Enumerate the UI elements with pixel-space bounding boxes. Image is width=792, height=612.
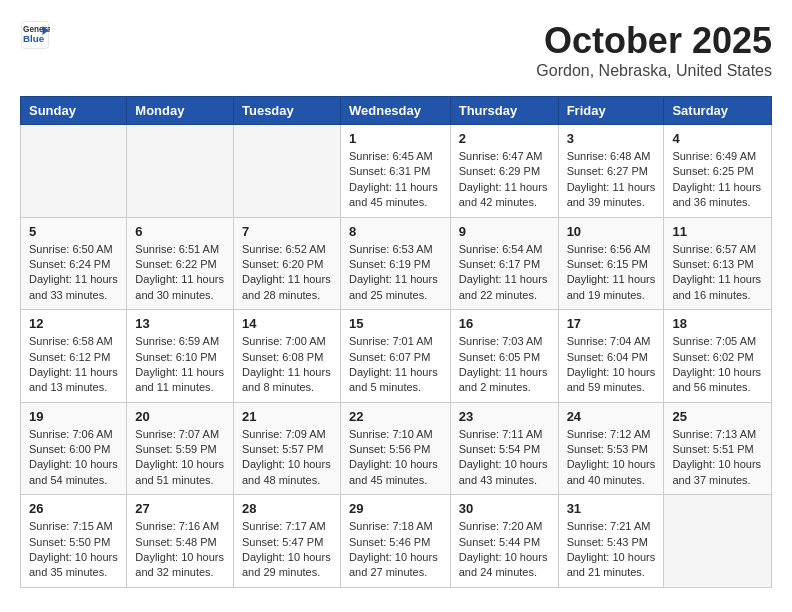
day-info: Sunrise: 6:56 AM Sunset: 6:15 PM Dayligh… [567,242,656,304]
day-info: Sunrise: 6:57 AM Sunset: 6:13 PM Dayligh… [672,242,763,304]
header-sunday: Sunday [21,97,127,125]
day-number: 20 [135,409,225,424]
calendar-cell: 16Sunrise: 7:03 AM Sunset: 6:05 PM Dayli… [450,310,558,403]
calendar-cell: 15Sunrise: 7:01 AM Sunset: 6:07 PM Dayli… [340,310,450,403]
calendar-cell: 27Sunrise: 7:16 AM Sunset: 5:48 PM Dayli… [127,495,234,588]
logo: General Blue [20,20,54,50]
day-number: 8 [349,224,442,239]
day-info: Sunrise: 7:05 AM Sunset: 6:02 PM Dayligh… [672,334,763,396]
day-number: 13 [135,316,225,331]
calendar-cell: 19Sunrise: 7:06 AM Sunset: 6:00 PM Dayli… [21,402,127,495]
calendar-cell: 8Sunrise: 6:53 AM Sunset: 6:19 PM Daylig… [340,217,450,310]
day-number: 31 [567,501,656,516]
day-number: 18 [672,316,763,331]
day-info: Sunrise: 7:12 AM Sunset: 5:53 PM Dayligh… [567,427,656,489]
calendar-cell: 9Sunrise: 6:54 AM Sunset: 6:17 PM Daylig… [450,217,558,310]
day-info: Sunrise: 7:21 AM Sunset: 5:43 PM Dayligh… [567,519,656,581]
day-number: 11 [672,224,763,239]
day-info: Sunrise: 7:17 AM Sunset: 5:47 PM Dayligh… [242,519,332,581]
day-info: Sunrise: 7:09 AM Sunset: 5:57 PM Dayligh… [242,427,332,489]
day-info: Sunrise: 7:15 AM Sunset: 5:50 PM Dayligh… [29,519,118,581]
day-info: Sunrise: 7:10 AM Sunset: 5:56 PM Dayligh… [349,427,442,489]
day-number: 23 [459,409,550,424]
calendar-cell: 5Sunrise: 6:50 AM Sunset: 6:24 PM Daylig… [21,217,127,310]
header-friday: Friday [558,97,664,125]
header-saturday: Saturday [664,97,772,125]
calendar-cell: 3Sunrise: 6:48 AM Sunset: 6:27 PM Daylig… [558,125,664,218]
calendar-cell: 20Sunrise: 7:07 AM Sunset: 5:59 PM Dayli… [127,402,234,495]
day-info: Sunrise: 6:59 AM Sunset: 6:10 PM Dayligh… [135,334,225,396]
day-number: 9 [459,224,550,239]
day-info: Sunrise: 7:16 AM Sunset: 5:48 PM Dayligh… [135,519,225,581]
calendar-cell: 31Sunrise: 7:21 AM Sunset: 5:43 PM Dayli… [558,495,664,588]
calendar-cell: 12Sunrise: 6:58 AM Sunset: 6:12 PM Dayli… [21,310,127,403]
day-number: 3 [567,131,656,146]
day-info: Sunrise: 6:58 AM Sunset: 6:12 PM Dayligh… [29,334,118,396]
day-info: Sunrise: 7:04 AM Sunset: 6:04 PM Dayligh… [567,334,656,396]
day-info: Sunrise: 6:48 AM Sunset: 6:27 PM Dayligh… [567,149,656,211]
day-info: Sunrise: 6:50 AM Sunset: 6:24 PM Dayligh… [29,242,118,304]
day-info: Sunrise: 6:53 AM Sunset: 6:19 PM Dayligh… [349,242,442,304]
calendar-cell: 18Sunrise: 7:05 AM Sunset: 6:02 PM Dayli… [664,310,772,403]
header-tuesday: Tuesday [233,97,340,125]
calendar-cell [664,495,772,588]
day-number: 1 [349,131,442,146]
day-info: Sunrise: 7:06 AM Sunset: 6:00 PM Dayligh… [29,427,118,489]
calendar-cell: 6Sunrise: 6:51 AM Sunset: 6:22 PM Daylig… [127,217,234,310]
calendar-cell [21,125,127,218]
calendar-cell: 30Sunrise: 7:20 AM Sunset: 5:44 PM Dayli… [450,495,558,588]
day-number: 7 [242,224,332,239]
calendar-cell: 17Sunrise: 7:04 AM Sunset: 6:04 PM Dayli… [558,310,664,403]
calendar-cell: 21Sunrise: 7:09 AM Sunset: 5:57 PM Dayli… [233,402,340,495]
calendar-cell: 14Sunrise: 7:00 AM Sunset: 6:08 PM Dayli… [233,310,340,403]
calendar-cell: 22Sunrise: 7:10 AM Sunset: 5:56 PM Dayli… [340,402,450,495]
calendar-cell: 24Sunrise: 7:12 AM Sunset: 5:53 PM Dayli… [558,402,664,495]
calendar-cell: 25Sunrise: 7:13 AM Sunset: 5:51 PM Dayli… [664,402,772,495]
day-number: 6 [135,224,225,239]
day-number: 15 [349,316,442,331]
day-info: Sunrise: 7:01 AM Sunset: 6:07 PM Dayligh… [349,334,442,396]
day-number: 27 [135,501,225,516]
day-info: Sunrise: 7:18 AM Sunset: 5:46 PM Dayligh… [349,519,442,581]
day-number: 25 [672,409,763,424]
calendar-cell: 7Sunrise: 6:52 AM Sunset: 6:20 PM Daylig… [233,217,340,310]
calendar-cell: 10Sunrise: 6:56 AM Sunset: 6:15 PM Dayli… [558,217,664,310]
day-number: 5 [29,224,118,239]
title-block: October 2025 Gordon, Nebraska, United St… [536,20,772,80]
day-number: 28 [242,501,332,516]
week-row-4: 19Sunrise: 7:06 AM Sunset: 6:00 PM Dayli… [21,402,772,495]
day-number: 22 [349,409,442,424]
day-info: Sunrise: 6:47 AM Sunset: 6:29 PM Dayligh… [459,149,550,211]
calendar-cell: 11Sunrise: 6:57 AM Sunset: 6:13 PM Dayli… [664,217,772,310]
day-number: 30 [459,501,550,516]
day-info: Sunrise: 7:13 AM Sunset: 5:51 PM Dayligh… [672,427,763,489]
day-number: 2 [459,131,550,146]
day-number: 14 [242,316,332,331]
header-wednesday: Wednesday [340,97,450,125]
day-number: 12 [29,316,118,331]
month-title: October 2025 [536,20,772,62]
day-info: Sunrise: 7:03 AM Sunset: 6:05 PM Dayligh… [459,334,550,396]
day-info: Sunrise: 6:49 AM Sunset: 6:25 PM Dayligh… [672,149,763,211]
header-monday: Monday [127,97,234,125]
calendar-cell [233,125,340,218]
week-row-2: 5Sunrise: 6:50 AM Sunset: 6:24 PM Daylig… [21,217,772,310]
svg-text:Blue: Blue [23,33,45,44]
calendar-cell: 28Sunrise: 7:17 AM Sunset: 5:47 PM Dayli… [233,495,340,588]
day-number: 10 [567,224,656,239]
calendar-cell: 23Sunrise: 7:11 AM Sunset: 5:54 PM Dayli… [450,402,558,495]
calendar-cell: 1Sunrise: 6:45 AM Sunset: 6:31 PM Daylig… [340,125,450,218]
day-info: Sunrise: 7:07 AM Sunset: 5:59 PM Dayligh… [135,427,225,489]
week-row-3: 12Sunrise: 6:58 AM Sunset: 6:12 PM Dayli… [21,310,772,403]
calendar-cell: 2Sunrise: 6:47 AM Sunset: 6:29 PM Daylig… [450,125,558,218]
location: Gordon, Nebraska, United States [536,62,772,80]
day-info: Sunrise: 6:51 AM Sunset: 6:22 PM Dayligh… [135,242,225,304]
logo-icon: General Blue [20,20,50,50]
day-info: Sunrise: 7:11 AM Sunset: 5:54 PM Dayligh… [459,427,550,489]
calendar-cell: 26Sunrise: 7:15 AM Sunset: 5:50 PM Dayli… [21,495,127,588]
calendar-table: SundayMondayTuesdayWednesdayThursdayFrid… [20,96,772,588]
page-header: General Blue October 2025 Gordon, Nebras… [20,20,772,80]
day-number: 4 [672,131,763,146]
day-number: 19 [29,409,118,424]
day-number: 24 [567,409,656,424]
